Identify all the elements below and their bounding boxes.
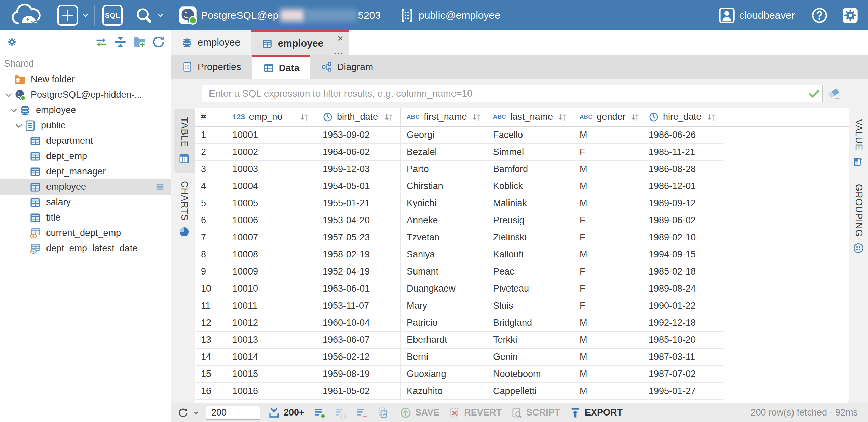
grid-cell-first-name[interactable]: Berni (401, 349, 487, 366)
refresh-result-button[interactable] (177, 407, 200, 419)
grid-cell-first-name[interactable]: Chirstian (401, 178, 487, 195)
tree-item-dept-emp[interactable]: dept_emp (0, 149, 171, 164)
grid-cell-emp-no[interactable]: 10009 (226, 263, 316, 280)
tree-item-dept-manager[interactable]: dept_manager (0, 164, 171, 179)
grid-cell-first-name[interactable]: Parto (401, 161, 487, 178)
grid-cell-[interactable]: 7 (195, 229, 226, 246)
grid-cell-hire-date[interactable]: 1994-09-15 (642, 246, 723, 263)
grid-cell-birth-date[interactable]: 1959-08-19 (316, 366, 401, 383)
export-button[interactable]: EXPORT (569, 407, 623, 419)
tree-item-current-dept-emp[interactable]: current_dept_emp (0, 225, 171, 241)
presentation-tab-charts[interactable]: CHARTS (174, 173, 195, 246)
grid-cell-emp-no[interactable]: 10010 (226, 280, 316, 297)
grid-cell-first-name[interactable]: Guoxiang (401, 366, 487, 383)
grid-cell-last-name[interactable]: Bridgland (487, 314, 573, 332)
grid-cell-hire-date[interactable]: 1985-10-20 (642, 332, 723, 349)
grid-cell-[interactable]: 4 (195, 178, 226, 195)
grid-cell-gender[interactable]: F (573, 144, 642, 161)
refresh-tree-button[interactable] (151, 35, 166, 49)
sort-arrows-icon[interactable] (299, 112, 310, 123)
script-button[interactable]: SCRIPT (511, 407, 560, 419)
grid-cell-first-name[interactable]: Bezalel (401, 144, 487, 161)
grid-cell-gender[interactable]: M (573, 383, 642, 400)
grid-cell-hire-date[interactable]: 1989-08-24 (642, 280, 723, 297)
grid-cell-[interactable]: 8 (195, 246, 226, 263)
grid-cell-emp-no[interactable]: 10003 (226, 161, 316, 178)
delete-row-button[interactable] (356, 407, 368, 419)
grid-cell-gender[interactable]: M (573, 178, 642, 195)
grid-cell-[interactable]: 12 (195, 314, 226, 332)
sort-arrows-icon[interactable] (629, 112, 640, 123)
grid-cell-emp-no[interactable]: 10002 (226, 144, 316, 161)
connection-selector[interactable]: PostgreSQL@ep5203 (169, 0, 390, 30)
grid-cell-gender[interactable]: F (573, 297, 642, 314)
help-button[interactable] (804, 0, 835, 30)
grid-cell-birth-date[interactable]: 1960-10-04 (316, 314, 401, 332)
grid-cell-hire-date[interactable]: 1986-12-01 (642, 178, 723, 195)
grid-cell-gender[interactable]: M (573, 366, 642, 383)
grid-cell-hire-date[interactable]: 1995-01-27 (642, 383, 723, 400)
settings-button[interactable] (835, 0, 868, 30)
tree-item-dept-emp-latest-date[interactable]: dept_emp_latest_date (0, 241, 171, 256)
grid-cell-[interactable]: 15 (195, 366, 226, 383)
navigator-settings-button[interactable] (5, 35, 19, 49)
grid-cell-last-name[interactable]: Nooteboom (487, 366, 573, 383)
editor-tab-employee-1[interactable]: employee×... (251, 30, 349, 55)
grid-cell-birth-date[interactable]: 1953-09-02 (316, 127, 401, 144)
grid-cell-first-name[interactable]: Georgi (401, 127, 487, 144)
grid-cell-last-name[interactable]: Simmel (487, 144, 573, 161)
new-object-button[interactable] (53, 0, 94, 30)
grid-cell-gender[interactable]: M (573, 161, 642, 178)
grid-cell-[interactable]: 10 (195, 280, 226, 297)
grid-cell-first-name[interactable]: Eberhardt (401, 332, 487, 349)
grid-cell-hire-date[interactable]: 1989-06-02 (642, 212, 723, 229)
grid-cell-emp-no[interactable]: 10006 (226, 212, 316, 229)
grid-cell-last-name[interactable]: Facello (487, 127, 573, 144)
user-menu-button[interactable]: cloudbeaver (709, 0, 804, 30)
sort-arrows-icon[interactable] (383, 112, 394, 123)
tree-item-employee[interactable]: employee (0, 179, 171, 195)
copy-result-button[interactable] (377, 407, 389, 419)
tree-item-title[interactable]: title (0, 210, 171, 225)
grid-cell-emp-no[interactable]: 10011 (226, 297, 316, 314)
grid-cell-emp-no[interactable]: 10005 (226, 195, 316, 212)
row-menu-icon[interactable] (154, 183, 166, 192)
grid-cell-hire-date[interactable]: 1989-09-12 (642, 195, 723, 212)
grid-cell-[interactable]: 2 (195, 144, 226, 161)
sql-filter-input[interactable] (202, 85, 805, 102)
grid-cell-first-name[interactable]: Tzvetan (401, 229, 487, 246)
grid-cell-last-name[interactable]: Peac (487, 263, 573, 280)
grid-cell-hire-date[interactable]: 1986-08-28 (642, 161, 723, 178)
grid-cell-gender[interactable]: F (573, 280, 642, 297)
tree-item-new-folder[interactable]: New folder (0, 72, 171, 87)
grid-cell-birth-date[interactable]: 1957-05-23 (316, 229, 401, 246)
grid-cell-gender[interactable]: F (573, 263, 642, 280)
grid-cell-last-name[interactable]: Kalloufi (487, 246, 573, 263)
grid-cell-emp-no[interactable]: 10004 (226, 178, 316, 195)
tree-item-salary[interactable]: salary (0, 195, 171, 210)
fetch-more-button[interactable]: 200+ (268, 407, 304, 419)
grid-cell-hire-date[interactable]: 1985-02-18 (642, 263, 723, 280)
panel-tab-value[interactable]: VALUE (848, 111, 868, 176)
grid-cell-first-name[interactable]: Kazuhito (401, 383, 487, 400)
grid-cell-[interactable]: 9 (195, 263, 226, 280)
grid-cell-hire-date[interactable]: 1992-12-18 (642, 314, 723, 332)
clear-filter-eraser-icon[interactable] (827, 86, 842, 101)
grid-cell-gender[interactable]: M (573, 195, 642, 212)
grid-cell-birth-date[interactable]: 1953-04-20 (316, 212, 401, 229)
grid-cell-birth-date[interactable]: 1958-02-19 (316, 246, 401, 263)
chevron-down-icon[interactable] (9, 105, 19, 115)
grid-cell-[interactable]: 14 (195, 349, 226, 366)
grid-cell-[interactable]: 16 (195, 383, 226, 400)
grid-cell-first-name[interactable]: Anneke (401, 212, 487, 229)
grid-cell-birth-date[interactable]: 1963-06-01 (316, 280, 401, 297)
grid-cell-[interactable]: 13 (195, 332, 226, 349)
schema-selector[interactable]: public@employee (390, 0, 509, 30)
grid-cell-emp-no[interactable]: 10015 (226, 366, 316, 383)
grid-cell-first-name[interactable]: Kyoichi (401, 195, 487, 212)
panel-tab-grouping[interactable]: GROUPING (848, 176, 868, 262)
grid-cell-emp-no[interactable]: 10001 (226, 127, 316, 144)
grid-cell-hire-date[interactable]: 1987-07-02 (642, 366, 723, 383)
grid-cell-last-name[interactable]: Preusig (487, 212, 573, 229)
grid-cell-first-name[interactable]: Saniya (401, 246, 487, 263)
